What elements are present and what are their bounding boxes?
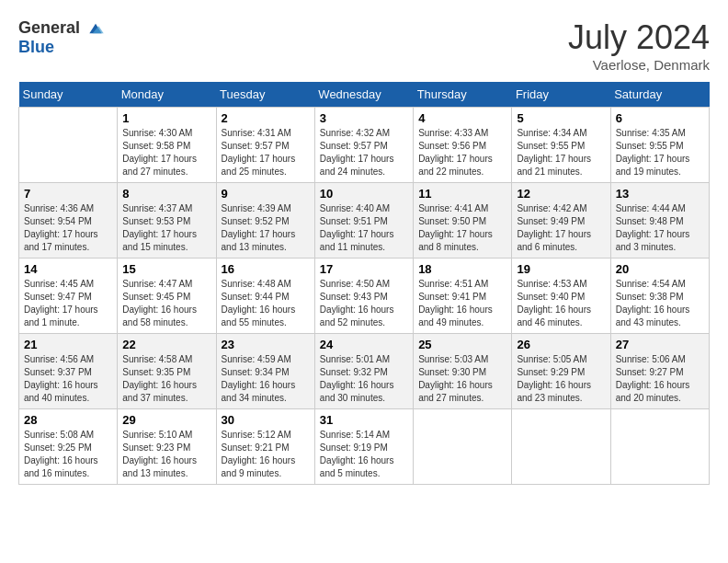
logo-general-text: General [18,18,80,37]
calendar-cell: 14Sunrise: 4:45 AMSunset: 9:47 PMDayligh… [19,259,118,334]
day-info: Sunrise: 5:01 AMSunset: 9:32 PMDaylight:… [320,353,408,405]
day-number: 5 [517,111,605,125]
column-header-wednesday: Wednesday [314,82,413,108]
calendar-cell: 23Sunrise: 4:59 AMSunset: 9:34 PMDayligh… [216,334,314,409]
calendar-cell: 25Sunrise: 5:03 AMSunset: 9:30 PMDayligh… [414,334,512,409]
calendar-cell: 1Sunrise: 4:30 AMSunset: 9:58 PMDaylight… [118,108,216,183]
day-number: 21 [24,338,112,351]
day-info: Sunrise: 4:59 AMSunset: 9:34 PMDaylight:… [222,353,310,405]
day-info: Sunrise: 4:54 AMSunset: 9:38 PMDaylight:… [616,278,704,329]
calendar-cell: 29Sunrise: 5:10 AMSunset: 9:23 PMDayligh… [118,409,216,485]
day-info: Sunrise: 4:53 AMSunset: 9:40 PMDaylight:… [517,278,605,329]
calendar-cell: 20Sunrise: 4:54 AMSunset: 9:38 PMDayligh… [610,259,709,334]
column-header-sunday: Sunday [19,82,118,108]
day-number: 26 [517,338,605,351]
calendar-cell: 4Sunrise: 4:33 AMSunset: 9:56 PMDaylight… [414,108,512,183]
day-info: Sunrise: 4:47 AMSunset: 9:45 PMDaylight:… [122,278,210,329]
day-info: Sunrise: 4:37 AMSunset: 9:53 PMDaylight:… [122,202,210,254]
day-info: Sunrise: 5:14 AMSunset: 9:19 PMDaylight:… [320,429,408,480]
calendar-cell: 13Sunrise: 4:44 AMSunset: 9:48 PMDayligh… [610,183,709,259]
day-number: 2 [222,111,310,125]
calendar-cell: 6Sunrise: 4:35 AMSunset: 9:55 PMDaylight… [610,108,709,183]
day-number: 23 [222,338,310,351]
calendar-cell: 11Sunrise: 4:41 AMSunset: 9:50 PMDayligh… [414,183,512,259]
day-info: Sunrise: 4:58 AMSunset: 9:35 PMDaylight:… [122,353,210,405]
day-info: Sunrise: 5:05 AMSunset: 9:29 PMDaylight:… [517,353,605,405]
day-info: Sunrise: 5:12 AMSunset: 9:21 PMDaylight:… [222,429,310,480]
day-number: 22 [122,338,210,351]
day-number: 12 [517,187,605,201]
day-info: Sunrise: 4:51 AMSunset: 9:41 PMDaylight:… [418,278,506,329]
day-number: 11 [418,187,506,201]
calendar-cell: 8Sunrise: 4:37 AMSunset: 9:53 PMDaylight… [118,183,216,259]
day-info: Sunrise: 4:36 AMSunset: 9:54 PMDaylight:… [24,202,112,254]
calendar-cell: 31Sunrise: 5:14 AMSunset: 9:19 PMDayligh… [314,409,413,485]
calendar-cell [512,409,610,485]
calendar-table: SundayMondayTuesdayWednesdayThursdayFrid… [18,82,710,485]
day-info: Sunrise: 4:31 AMSunset: 9:57 PMDaylight:… [222,127,310,178]
logo-icon [86,19,105,38]
calendar-week-3: 14Sunrise: 4:45 AMSunset: 9:47 PMDayligh… [19,259,710,334]
day-info: Sunrise: 4:42 AMSunset: 9:49 PMDaylight:… [517,202,605,254]
day-number: 31 [320,413,408,427]
calendar-cell: 19Sunrise: 4:53 AMSunset: 9:40 PMDayligh… [512,259,610,334]
calendar-header-row: SundayMondayTuesdayWednesdayThursdayFrid… [19,82,710,108]
day-info: Sunrise: 4:33 AMSunset: 9:56 PMDaylight:… [418,127,506,178]
calendar-cell: 15Sunrise: 4:47 AMSunset: 9:45 PMDayligh… [118,259,216,334]
day-number: 13 [616,187,704,201]
column-header-thursday: Thursday [414,82,512,108]
calendar-cell: 3Sunrise: 4:32 AMSunset: 9:57 PMDaylight… [314,108,413,183]
calendar-week-2: 7Sunrise: 4:36 AMSunset: 9:54 PMDaylight… [19,183,710,259]
day-number: 27 [616,338,704,351]
month-title: July 2024 [568,18,710,57]
title-block: July 2024 Vaerlose, Denmark [568,18,710,73]
day-info: Sunrise: 5:10 AMSunset: 9:23 PMDaylight:… [122,429,210,480]
calendar-cell: 24Sunrise: 5:01 AMSunset: 9:32 PMDayligh… [314,334,413,409]
day-number: 19 [517,262,605,276]
day-info: Sunrise: 4:50 AMSunset: 9:43 PMDaylight:… [320,278,408,329]
day-info: Sunrise: 4:39 AMSunset: 9:52 PMDaylight:… [222,202,310,254]
day-number: 4 [418,111,506,125]
calendar-week-1: 1Sunrise: 4:30 AMSunset: 9:58 PMDaylight… [19,108,710,183]
calendar-cell: 5Sunrise: 4:34 AMSunset: 9:55 PMDaylight… [512,108,610,183]
calendar-cell: 21Sunrise: 4:56 AMSunset: 9:37 PMDayligh… [19,334,118,409]
day-info: Sunrise: 4:56 AMSunset: 9:37 PMDaylight:… [24,353,112,405]
location: Vaerlose, Denmark [568,57,710,73]
calendar-cell: 27Sunrise: 5:06 AMSunset: 9:27 PMDayligh… [610,334,709,409]
day-number: 20 [616,262,704,276]
day-info: Sunrise: 5:03 AMSunset: 9:30 PMDaylight:… [418,353,506,405]
calendar-cell: 17Sunrise: 4:50 AMSunset: 9:43 PMDayligh… [314,259,413,334]
day-info: Sunrise: 5:06 AMSunset: 9:27 PMDaylight:… [616,353,704,405]
calendar-cell: 10Sunrise: 4:40 AMSunset: 9:51 PMDayligh… [314,183,413,259]
day-number: 30 [222,413,310,427]
day-number: 17 [320,262,408,276]
calendar-cell: 26Sunrise: 5:05 AMSunset: 9:29 PMDayligh… [512,334,610,409]
day-number: 28 [24,413,112,427]
day-number: 7 [24,187,112,201]
day-number: 10 [320,187,408,201]
day-number: 18 [418,262,506,276]
calendar-cell: 16Sunrise: 4:48 AMSunset: 9:44 PMDayligh… [216,259,314,334]
column-header-saturday: Saturday [610,82,709,108]
calendar-cell: 22Sunrise: 4:58 AMSunset: 9:35 PMDayligh… [118,334,216,409]
calendar-cell: 9Sunrise: 4:39 AMSunset: 9:52 PMDaylight… [216,183,314,259]
day-number: 25 [418,338,506,351]
day-info: Sunrise: 4:40 AMSunset: 9:51 PMDaylight:… [320,202,408,254]
column-header-monday: Monday [118,82,216,108]
calendar-week-4: 21Sunrise: 4:56 AMSunset: 9:37 PMDayligh… [19,334,710,409]
calendar-cell: 30Sunrise: 5:12 AMSunset: 9:21 PMDayligh… [216,409,314,485]
day-info: Sunrise: 4:35 AMSunset: 9:55 PMDaylight:… [616,127,704,178]
day-info: Sunrise: 4:30 AMSunset: 9:58 PMDaylight:… [122,127,210,178]
day-number: 9 [222,187,310,201]
day-info: Sunrise: 4:32 AMSunset: 9:57 PMDaylight:… [320,127,408,178]
day-number: 15 [122,262,210,276]
calendar-cell: 28Sunrise: 5:08 AMSunset: 9:25 PMDayligh… [19,409,118,485]
logo: General Blue [18,18,105,57]
calendar-cell [610,409,709,485]
day-info: Sunrise: 4:48 AMSunset: 9:44 PMDaylight:… [222,278,310,329]
calendar-cell: 2Sunrise: 4:31 AMSunset: 9:57 PMDaylight… [216,108,314,183]
day-info: Sunrise: 4:44 AMSunset: 9:48 PMDaylight:… [616,202,704,254]
calendar-week-5: 28Sunrise: 5:08 AMSunset: 9:25 PMDayligh… [19,409,710,485]
day-number: 1 [122,111,210,125]
day-info: Sunrise: 5:08 AMSunset: 9:25 PMDaylight:… [24,429,112,480]
